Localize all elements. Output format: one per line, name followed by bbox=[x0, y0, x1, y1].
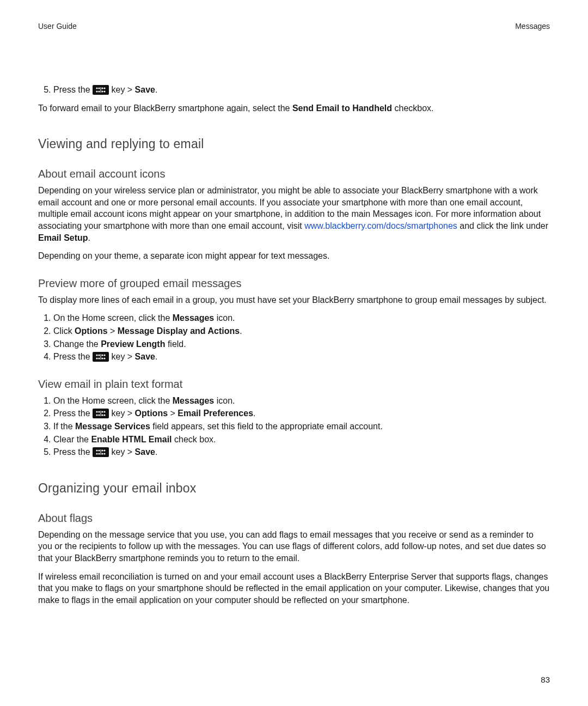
docs-link[interactable]: www.blackberry.com/docs/smartphones bbox=[304, 221, 457, 230]
plain-step-2: Press the key > Options > Email Preferen… bbox=[53, 407, 550, 419]
plain-step-1: On the Home screen, click the Messages i… bbox=[53, 395, 550, 407]
menu-key-icon bbox=[93, 352, 109, 362]
preview-step-1: On the Home screen, click the Messages i… bbox=[53, 312, 550, 324]
heading-preview-grouped: Preview more of grouped email messages bbox=[38, 276, 550, 291]
plain-step-5: Press the key > Save. bbox=[53, 446, 550, 458]
header-left: User Guide bbox=[38, 22, 77, 31]
plain-step-4: Clear the Enable HTML Email check box. bbox=[53, 434, 550, 446]
flags-paragraph-1: Depending on the message service that yo… bbox=[38, 529, 550, 564]
about-icons-paragraph: Depending on your wireless service plan … bbox=[38, 185, 550, 244]
heading-viewing-replying: Viewing and replying to email bbox=[38, 136, 550, 153]
header-right: Messages bbox=[515, 22, 550, 31]
preview-step-2: Click Options > Message Display and Acti… bbox=[53, 325, 550, 337]
step-5: Press the key > Save. bbox=[53, 84, 550, 96]
about-icons-paragraph-2: Depending on your theme, a separate icon… bbox=[38, 250, 550, 262]
menu-key-icon bbox=[93, 85, 109, 95]
flags-paragraph-2: If wireless email reconciliation is turn… bbox=[38, 571, 550, 606]
preview-step-4: Press the key > Save. bbox=[53, 351, 550, 363]
heading-plain-text: View email in plain text format bbox=[38, 377, 550, 392]
menu-key-icon bbox=[93, 409, 109, 418]
preview-intro: To display more lines of each email in a… bbox=[38, 294, 550, 306]
heading-about-icons: About email account icons bbox=[38, 167, 550, 181]
heading-organizing: Organizing your email inbox bbox=[38, 480, 550, 497]
page-number: 83 bbox=[541, 675, 550, 684]
page-content: Press the key > Save. To forward email t… bbox=[38, 84, 550, 606]
menu-key-icon bbox=[93, 447, 109, 457]
heading-about-flags: About flags bbox=[38, 511, 550, 526]
preview-step-3: Change the Preview Length field. bbox=[53, 338, 550, 350]
forward-paragraph: To forward email to your BlackBerry smar… bbox=[38, 102, 550, 114]
plain-step-3: If the Message Services field appears, s… bbox=[53, 421, 550, 433]
